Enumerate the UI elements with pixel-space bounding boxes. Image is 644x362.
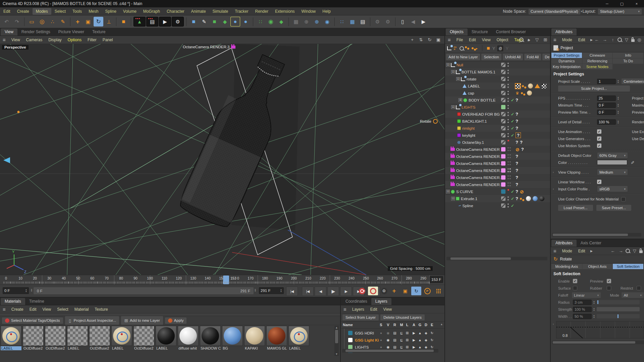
material-sphere-tag[interactable] — [526, 196, 531, 201]
tab-structure[interactable]: Structure — [468, 28, 492, 36]
use-animation-checkbox[interactable]: ✓ — [597, 129, 601, 134]
material-item[interactable]: LABEL — [67, 326, 88, 350]
keyframe-settings-button[interactable]: ⚙ — [379, 287, 389, 295]
om-menu-file[interactable]: File — [453, 37, 466, 43]
mograph-matrix-button[interactable]: ◉ — [266, 17, 276, 26]
width-slider[interactable] — [597, 314, 640, 318]
octane-tag-icon[interactable]: ? — [516, 161, 518, 166]
sphere-deformer-button[interactable]: ● — [241, 17, 251, 26]
menu-edit[interactable]: Edit — [0, 8, 14, 15]
use-motion-system-checkbox[interactable]: ✓ — [597, 143, 601, 148]
environment-button[interactable]: ⊕ — [312, 17, 322, 26]
enabled-check-icon[interactable]: ✓ — [511, 119, 514, 124]
om-add-to-new-layer-button[interactable]: Add to New Layer — [446, 54, 480, 60]
tree-row[interactable]: OctaneCamera RENDER.1 ? — [445, 153, 550, 160]
visibility-dots[interactable] — [507, 154, 509, 156]
layer-chip[interactable] — [501, 91, 505, 95]
layers-name-header[interactable]: Name — [343, 323, 353, 327]
visibility-dots[interactable] — [507, 196, 509, 198]
goto-start-button[interactable]: |◀ — [286, 287, 298, 296]
crown-tag-icon[interactable]: ♛ — [516, 91, 519, 96]
tab-content-browser[interactable]: Content Browser — [492, 28, 530, 36]
floor-button[interactable]: ▦ — [291, 17, 301, 26]
tab-modeling-axis[interactable]: Modeling Axis — [551, 264, 582, 269]
tree-row[interactable]: OctaneCamera RENDER ⊘? — [445, 146, 550, 153]
expander-icon[interactable]: ⊟ — [451, 197, 455, 200]
vp-menu-panel[interactable]: Panel — [100, 37, 116, 43]
view-clipping-dropdown[interactable]: Medium▾ — [597, 169, 628, 175]
tree-row[interactable]: keylight ✓ ? — [445, 132, 550, 139]
layer-chip[interactable] — [501, 168, 505, 173]
vp-menu-display[interactable]: Display — [45, 37, 64, 43]
pan-view-icon[interactable]: + — [409, 37, 416, 43]
material-item[interactable]: OctDiffuse2 — [133, 326, 154, 350]
tree-row[interactable]: ⊟ Null — [445, 61, 550, 68]
visibility-dots[interactable] — [507, 203, 509, 205]
menu-animate[interactable]: Animate — [188, 8, 209, 15]
search-icon[interactable] — [618, 38, 622, 42]
texture-tag-icon[interactable] — [516, 84, 520, 88]
tab-referencing[interactable]: Referencing — [582, 58, 613, 64]
attributes-horizontal-scrollbar[interactable] — [552, 233, 641, 237]
visibility-dots[interactable] — [507, 70, 509, 71]
settings-gear-button[interactable]: ⚙ — [373, 17, 382, 26]
expander-icon[interactable]: ⊟ — [446, 190, 450, 193]
expand-arrow-icon[interactable]: › — [553, 322, 554, 326]
enabled-check-icon[interactable]: ✓ — [511, 189, 514, 194]
history-forward-icon[interactable]: → — [601, 37, 608, 43]
quantize-button[interactable]: ▤ — [358, 17, 368, 26]
visibility-off-dot[interactable] — [507, 140, 509, 141]
layer-chip[interactable] — [501, 70, 505, 74]
tree-row[interactable]: OctaneCamera RENDER.5 ? — [445, 181, 550, 188]
hamburger-icon[interactable]: ≡ — [341, 306, 349, 312]
tab-axis-center[interactable]: Axis Center — [577, 240, 605, 247]
layer-chip[interactable] — [501, 154, 505, 159]
menu-window[interactable]: Window — [298, 8, 319, 15]
material-item[interactable]: LABEL — [156, 326, 176, 350]
render-view-button[interactable]: ▲ — [133, 17, 146, 26]
expander-icon[interactable]: ⊟ — [451, 105, 455, 109]
nav-back-button[interactable]: ◀ — [408, 17, 418, 26]
apply-material-button[interactable]: Apply — [165, 317, 187, 324]
minimize-button[interactable]: ─ — [600, 0, 614, 7]
render-picture-viewer-button[interactable]: ▤ — [146, 17, 158, 26]
layers-horizontal-scrollbar[interactable] — [342, 349, 438, 353]
mat-menu-view[interactable]: View — [39, 306, 54, 312]
visibility-dots[interactable] — [507, 126, 509, 127]
col-render[interactable]: R — [393, 323, 396, 327]
fps-field[interactable]: 25 — [597, 96, 616, 101]
radius-field[interactable]: 3 cm — [573, 300, 592, 305]
select-material-tags-button[interactable]: Select Material Tags/Objects — [2, 317, 63, 324]
tree-row[interactable]: ~ Spline ✓ — [445, 202, 550, 209]
menu-volume[interactable]: Volume — [120, 8, 140, 15]
range-grip[interactable]: ‖ — [255, 289, 256, 292]
enabled-check-icon[interactable]: ✓ — [511, 112, 514, 117]
layer-chip[interactable] — [501, 63, 505, 67]
hamburger-icon[interactable]: ≡ — [551, 37, 559, 43]
dolly-view-icon[interactable]: ⇅ — [418, 37, 424, 43]
texture-tag-icon[interactable] — [542, 84, 546, 88]
tab-object-axis[interactable]: Object Axis — [582, 264, 613, 269]
nav-forward-button[interactable]: ▶ — [419, 17, 428, 26]
octane-tag-icon[interactable]: ? — [516, 175, 518, 180]
om-menu-object[interactable]: Object — [494, 37, 512, 43]
tab-soft-selection[interactable]: Soft Selection — [613, 264, 643, 269]
layer-chip[interactable] — [501, 161, 505, 166]
vp-menu-options[interactable]: Options — [65, 37, 85, 43]
input-color-profile-dropdown[interactable]: sRGB▾ — [597, 186, 628, 192]
search-icon[interactable] — [519, 38, 524, 42]
material-item[interactable]: KAPAKI — [244, 326, 265, 350]
col-animation[interactable]: A — [413, 323, 415, 327]
render-settings-button[interactable]: ⚙ — [172, 17, 184, 26]
falloff-mode-dropdown[interactable]: All▾ — [621, 292, 644, 298]
width-field[interactable]: 50 % — [573, 314, 592, 319]
layer-chip[interactable] — [501, 98, 505, 102]
linear-workflow-checkbox[interactable]: ✓ — [597, 180, 601, 184]
material-item[interactable]: OctDiffuse2 — [89, 326, 110, 350]
rectangle-select-button[interactable]: ▭ — [27, 17, 37, 26]
lock-icon[interactable] — [631, 39, 635, 42]
visibility-dots[interactable] — [507, 77, 509, 78]
phong-tag-icon[interactable] — [520, 198, 522, 200]
delete-unused-layers-button[interactable]: Delete Unused Layers — [380, 314, 425, 320]
tree-row[interactable]: OctaneCamera RENDER.2 ? — [445, 160, 550, 167]
